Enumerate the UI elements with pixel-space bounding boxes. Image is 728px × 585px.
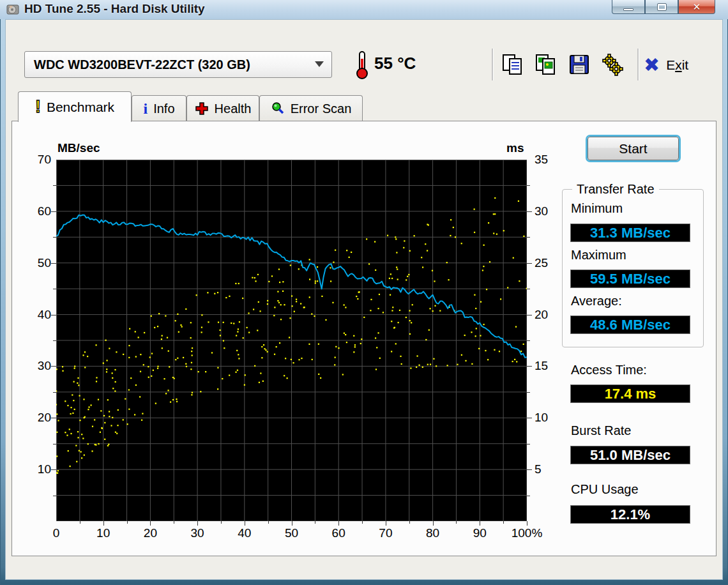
- tick-mark: [53, 340, 56, 341]
- axis-tick-label: 60: [24, 204, 51, 218]
- tab-label: Benchmark: [47, 100, 114, 115]
- window-title: HD Tune 2.55 - Hard Disk Utility: [24, 2, 205, 16]
- tick-mark: [527, 185, 530, 186]
- window-controls: ✕: [612, 0, 715, 14]
- axis-tick-label: 25: [535, 256, 548, 270]
- axis-tick-label: 100%: [512, 526, 543, 540]
- chart-canvas: [56, 160, 527, 521]
- axis-tick-label: 80: [426, 526, 439, 540]
- axis-tick-label: 10: [535, 411, 548, 425]
- axis-tick-label: 5: [535, 462, 542, 476]
- exit-button-label: Exit: [666, 57, 688, 73]
- axis-tick-label: 40: [24, 308, 51, 322]
- axis-tick-label: 20: [24, 411, 51, 425]
- start-button[interactable]: Start: [588, 137, 679, 160]
- tick-mark: [433, 521, 434, 526]
- tick-mark: [480, 521, 480, 526]
- tick-mark: [150, 521, 151, 526]
- tick-mark: [527, 496, 530, 496]
- close-button[interactable]: ✕: [678, 0, 715, 14]
- axis-tick-label: 20: [535, 308, 548, 322]
- axis-tick-label: 70: [379, 526, 392, 540]
- save-button[interactable]: [565, 50, 594, 79]
- axis-tick-label: 90: [473, 526, 487, 540]
- tick-mark: [51, 211, 56, 212]
- tick-mark: [221, 521, 222, 524]
- tick-mark: [51, 263, 56, 264]
- tick-mark: [51, 366, 56, 367]
- average-label: Average:: [571, 294, 622, 308]
- axis-tick-label: 30: [535, 204, 548, 218]
- info-icon: i: [143, 101, 148, 116]
- hard-disk-icon: [6, 3, 19, 16]
- y-right-axis-unit: ms: [506, 141, 524, 155]
- axis-tick-label: 30: [191, 526, 204, 540]
- cpu-usage-label: CPU Usage: [571, 482, 639, 497]
- axis-tick-label: 40: [238, 526, 251, 540]
- copy-image-button[interactable]: [531, 50, 561, 79]
- tick-mark: [527, 340, 530, 341]
- start-button-label: Start: [619, 141, 647, 156]
- options-button[interactable]: [598, 50, 627, 79]
- maximize-icon: [658, 4, 666, 10]
- exit-button[interactable]: ✖ Exit: [644, 51, 688, 79]
- axis-tick-label: 0: [53, 526, 60, 540]
- axis-tick-label: 35: [535, 153, 548, 167]
- tick-mark: [527, 315, 532, 315]
- tab-label: Info: [153, 102, 174, 116]
- axis-tick-label: 50: [24, 256, 51, 270]
- tick-mark: [174, 521, 174, 524]
- tick-mark: [53, 237, 56, 238]
- tick-mark: [527, 263, 532, 264]
- tab-label: Error Scan: [291, 102, 352, 116]
- error-scan-magnifier-icon: [271, 102, 285, 116]
- tick-mark: [51, 315, 56, 315]
- axis-tick-label: 10: [96, 526, 110, 540]
- maximize-button[interactable]: [645, 0, 678, 14]
- tick-mark: [53, 392, 56, 393]
- exit-x-icon: ✖: [644, 52, 660, 78]
- tick-mark: [51, 469, 56, 470]
- cpu-usage-value: 12.1%: [570, 505, 690, 524]
- axis-tick-label: 15: [535, 359, 548, 373]
- minimize-button[interactable]: [612, 0, 645, 14]
- copy-text-button[interactable]: [498, 50, 527, 79]
- tick-mark: [53, 496, 56, 496]
- tick-mark: [53, 289, 56, 289]
- tick-mark: [338, 521, 339, 526]
- tick-mark: [527, 469, 532, 470]
- tick-mark: [51, 418, 56, 418]
- tick-mark: [527, 289, 530, 289]
- tab-health[interactable]: Health: [186, 95, 259, 121]
- transfer-rate-legend: Transfer Rate: [572, 182, 659, 197]
- tick-mark: [527, 237, 530, 238]
- chevron-down-icon: [315, 61, 324, 67]
- tick-mark: [315, 521, 315, 524]
- tick-mark: [527, 366, 532, 367]
- tick-mark: [80, 521, 80, 524]
- benchmark-exclamation-icon: !: [35, 98, 41, 116]
- temperature-value: 55 °C: [374, 54, 416, 73]
- tab-label: Health: [215, 102, 252, 116]
- minimize-icon: [623, 8, 633, 11]
- close-icon: ✕: [693, 1, 701, 13]
- maximum-value: 59.5 MB/sec: [570, 270, 690, 288]
- benchmark-chart: [56, 160, 527, 521]
- tick-mark: [53, 185, 56, 186]
- toolbar-separator: [637, 49, 639, 80]
- minimum-value: 31.3 MB/sec: [570, 224, 690, 242]
- drive-select-value: WDC WD3200BEVT-22ZCT (320 GB): [25, 57, 250, 72]
- axis-tick-label: 20: [144, 526, 157, 540]
- drive-select-dropdown[interactable]: WDC WD3200BEVT-22ZCT (320 GB): [24, 51, 332, 78]
- tab-error-scan[interactable]: Error Scan: [259, 95, 363, 121]
- burst-rate-label: Burst Rate: [571, 423, 631, 438]
- burst-rate-value: 51.0 MB/sec: [570, 446, 690, 464]
- tab-info[interactable]: i Info: [132, 95, 186, 121]
- access-time-label: Access Time:: [571, 363, 647, 377]
- tick-mark: [103, 521, 104, 526]
- tick-mark: [527, 418, 532, 418]
- tick-mark: [197, 521, 198, 526]
- tab-benchmark[interactable]: ! Benchmark: [18, 91, 132, 122]
- tick-mark: [268, 521, 269, 524]
- tick-mark: [127, 521, 128, 524]
